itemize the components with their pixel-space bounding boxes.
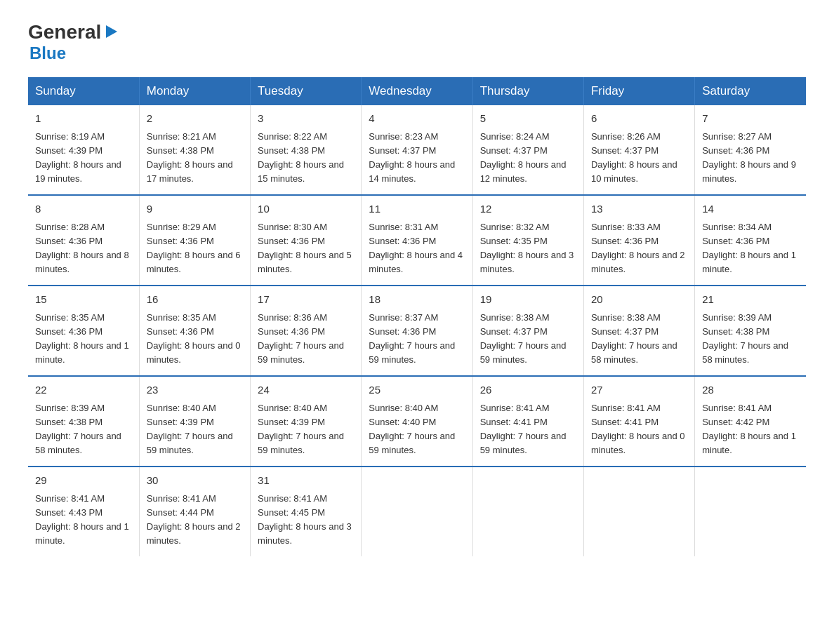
calendar-cell	[695, 467, 806, 556]
day-number: 2	[147, 111, 243, 127]
day-info: Sunrise: 8:26 AMSunset: 4:37 PMDaylight:…	[591, 130, 687, 187]
day-number: 23	[147, 382, 243, 398]
day-info: Sunrise: 8:40 AMSunset: 4:39 PMDaylight:…	[147, 401, 243, 458]
calendar-cell: 24Sunrise: 8:40 AMSunset: 4:39 PMDayligh…	[251, 376, 362, 467]
day-info: Sunrise: 8:30 AMSunset: 4:36 PMDaylight:…	[258, 220, 354, 277]
calendar-cell: 14Sunrise: 8:34 AMSunset: 4:36 PMDayligh…	[695, 195, 806, 286]
day-info: Sunrise: 8:35 AMSunset: 4:36 PMDaylight:…	[147, 311, 243, 368]
day-number: 9	[147, 201, 243, 217]
day-info: Sunrise: 8:32 AMSunset: 4:35 PMDaylight:…	[480, 220, 576, 277]
calendar-cell: 2Sunrise: 8:21 AMSunset: 4:38 PMDaylight…	[139, 105, 250, 195]
calendar-header-row: SundayMondayTuesdayWednesdayThursdayFrid…	[28, 77, 806, 105]
calendar-cell: 7Sunrise: 8:27 AMSunset: 4:36 PMDaylight…	[695, 105, 806, 195]
logo-triangle-icon	[103, 24, 119, 39]
calendar-header-thursday: Thursday	[472, 77, 583, 105]
day-info: Sunrise: 8:19 AMSunset: 4:39 PMDaylight:…	[35, 130, 132, 187]
day-number: 17	[258, 292, 354, 308]
calendar-cell: 27Sunrise: 8:41 AMSunset: 4:41 PMDayligh…	[583, 376, 694, 467]
day-number: 15	[35, 292, 132, 308]
day-info: Sunrise: 8:38 AMSunset: 4:37 PMDaylight:…	[591, 311, 687, 368]
day-number: 28	[702, 382, 799, 398]
day-number: 11	[369, 201, 465, 217]
calendar-cell: 17Sunrise: 8:36 AMSunset: 4:36 PMDayligh…	[251, 286, 362, 376]
day-info: Sunrise: 8:41 AMSunset: 4:45 PMDaylight:…	[258, 492, 354, 549]
calendar-cell	[472, 467, 583, 556]
day-info: Sunrise: 8:39 AMSunset: 4:38 PMDaylight:…	[35, 401, 132, 458]
day-info: Sunrise: 8:38 AMSunset: 4:37 PMDaylight:…	[480, 311, 576, 368]
calendar-table: SundayMondayTuesdayWednesdayThursdayFrid…	[28, 77, 806, 556]
day-number: 8	[35, 201, 132, 217]
calendar-cell: 29Sunrise: 8:41 AMSunset: 4:43 PMDayligh…	[28, 467, 139, 556]
calendar-header-wednesday: Wednesday	[362, 77, 472, 105]
calendar-cell: 16Sunrise: 8:35 AMSunset: 4:36 PMDayligh…	[139, 286, 250, 376]
day-number: 13	[591, 201, 687, 217]
day-number: 27	[591, 382, 687, 398]
calendar-cell: 3Sunrise: 8:22 AMSunset: 4:38 PMDaylight…	[251, 105, 362, 195]
day-info: Sunrise: 8:41 AMSunset: 4:42 PMDaylight:…	[702, 401, 799, 458]
day-number: 25	[369, 382, 465, 398]
calendar-cell: 5Sunrise: 8:24 AMSunset: 4:37 PMDaylight…	[472, 105, 583, 195]
calendar-header-saturday: Saturday	[695, 77, 806, 105]
calendar-cell: 20Sunrise: 8:38 AMSunset: 4:37 PMDayligh…	[583, 286, 694, 376]
day-info: Sunrise: 8:41 AMSunset: 4:41 PMDaylight:…	[480, 401, 576, 458]
calendar-cell: 25Sunrise: 8:40 AMSunset: 4:40 PMDayligh…	[362, 376, 472, 467]
calendar-week-row: 29Sunrise: 8:41 AMSunset: 4:43 PMDayligh…	[28, 467, 806, 556]
calendar-week-row: 1Sunrise: 8:19 AMSunset: 4:39 PMDaylight…	[28, 105, 806, 195]
day-info: Sunrise: 8:21 AMSunset: 4:38 PMDaylight:…	[147, 130, 243, 187]
calendar-cell: 10Sunrise: 8:30 AMSunset: 4:36 PMDayligh…	[251, 195, 362, 286]
logo-blue-text: Blue	[29, 43, 119, 63]
day-info: Sunrise: 8:34 AMSunset: 4:36 PMDaylight:…	[702, 220, 799, 277]
calendar-header-sunday: Sunday	[28, 77, 139, 105]
day-number: 3	[258, 111, 354, 127]
day-info: Sunrise: 8:37 AMSunset: 4:36 PMDaylight:…	[369, 311, 465, 368]
day-number: 5	[480, 111, 576, 127]
day-number: 12	[480, 201, 576, 217]
day-info: Sunrise: 8:24 AMSunset: 4:37 PMDaylight:…	[480, 130, 576, 187]
svg-marker-0	[106, 25, 117, 38]
calendar-cell: 23Sunrise: 8:40 AMSunset: 4:39 PMDayligh…	[139, 376, 250, 467]
calendar-cell: 6Sunrise: 8:26 AMSunset: 4:37 PMDaylight…	[583, 105, 694, 195]
calendar-header-monday: Monday	[139, 77, 250, 105]
day-number: 19	[480, 292, 576, 308]
day-info: Sunrise: 8:40 AMSunset: 4:40 PMDaylight:…	[369, 401, 465, 458]
day-number: 18	[369, 292, 465, 308]
calendar-cell: 19Sunrise: 8:38 AMSunset: 4:37 PMDayligh…	[472, 286, 583, 376]
day-info: Sunrise: 8:33 AMSunset: 4:36 PMDaylight:…	[591, 220, 687, 277]
day-info: Sunrise: 8:41 AMSunset: 4:44 PMDaylight:…	[147, 492, 243, 549]
calendar-cell: 8Sunrise: 8:28 AMSunset: 4:36 PMDaylight…	[28, 195, 139, 286]
calendar-cell: 15Sunrise: 8:35 AMSunset: 4:36 PMDayligh…	[28, 286, 139, 376]
day-number: 1	[35, 111, 132, 127]
day-info: Sunrise: 8:41 AMSunset: 4:43 PMDaylight:…	[35, 492, 132, 549]
day-number: 30	[147, 473, 243, 489]
calendar-cell: 12Sunrise: 8:32 AMSunset: 4:35 PMDayligh…	[472, 195, 583, 286]
calendar-week-row: 8Sunrise: 8:28 AMSunset: 4:36 PMDaylight…	[28, 195, 806, 286]
day-number: 26	[480, 382, 576, 398]
day-number: 7	[702, 111, 799, 127]
day-number: 24	[258, 382, 354, 398]
calendar-week-row: 22Sunrise: 8:39 AMSunset: 4:38 PMDayligh…	[28, 376, 806, 467]
calendar-cell: 1Sunrise: 8:19 AMSunset: 4:39 PMDaylight…	[28, 105, 139, 195]
day-info: Sunrise: 8:27 AMSunset: 4:36 PMDaylight:…	[702, 130, 799, 187]
day-number: 6	[591, 111, 687, 127]
calendar-cell: 31Sunrise: 8:41 AMSunset: 4:45 PMDayligh…	[251, 467, 362, 556]
calendar-header-friday: Friday	[583, 77, 694, 105]
day-number: 14	[702, 201, 799, 217]
calendar-cell: 18Sunrise: 8:37 AMSunset: 4:36 PMDayligh…	[362, 286, 472, 376]
day-number: 29	[35, 473, 132, 489]
day-info: Sunrise: 8:41 AMSunset: 4:41 PMDaylight:…	[591, 401, 687, 458]
calendar-cell: 30Sunrise: 8:41 AMSunset: 4:44 PMDayligh…	[139, 467, 250, 556]
day-number: 16	[147, 292, 243, 308]
calendar-cell: 9Sunrise: 8:29 AMSunset: 4:36 PMDaylight…	[139, 195, 250, 286]
calendar-cell: 22Sunrise: 8:39 AMSunset: 4:38 PMDayligh…	[28, 376, 139, 467]
calendar-cell: 21Sunrise: 8:39 AMSunset: 4:38 PMDayligh…	[695, 286, 806, 376]
day-info: Sunrise: 8:39 AMSunset: 4:38 PMDaylight:…	[702, 311, 799, 368]
day-number: 10	[258, 201, 354, 217]
page-header: General Blue	[28, 21, 806, 63]
day-info: Sunrise: 8:22 AMSunset: 4:38 PMDaylight:…	[258, 130, 354, 187]
calendar-cell: 13Sunrise: 8:33 AMSunset: 4:36 PMDayligh…	[583, 195, 694, 286]
day-info: Sunrise: 8:29 AMSunset: 4:36 PMDaylight:…	[147, 220, 243, 277]
day-info: Sunrise: 8:28 AMSunset: 4:36 PMDaylight:…	[35, 220, 132, 277]
calendar-header-tuesday: Tuesday	[251, 77, 362, 105]
day-number: 4	[369, 111, 465, 127]
logo: General Blue	[28, 21, 119, 63]
